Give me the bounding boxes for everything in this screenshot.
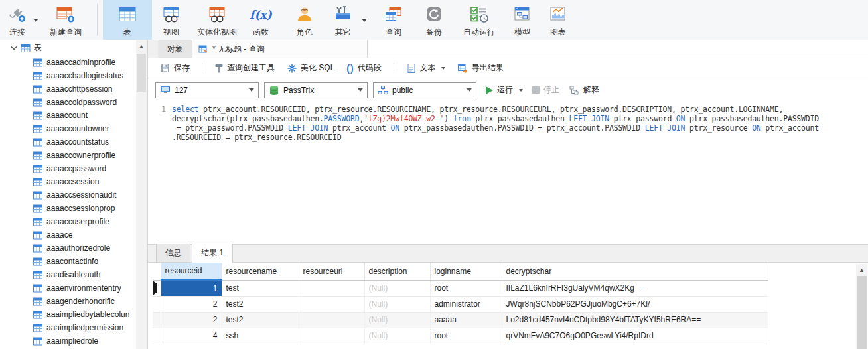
- code-snippet-button[interactable]: () 代码段: [342, 60, 385, 76]
- toolbar-backup[interactable]: 备份: [415, 0, 453, 40]
- row-indicator-header[interactable]: [153, 263, 161, 280]
- sidebar-scroll-thumb[interactable]: [137, 54, 146, 92]
- cell[interactable]: [299, 280, 364, 296]
- tab-result-1[interactable]: 结果 1: [192, 244, 233, 263]
- query-builder-button[interactable]: 查询创建工具: [210, 60, 279, 76]
- chevron-down-icon[interactable]: [11, 46, 17, 51]
- chevron-down-icon[interactable]: [358, 88, 363, 92]
- sidebar-table-item[interactable]: aaadisableauth: [0, 268, 137, 281]
- sidebar-table-item[interactable]: aaaacchttpsession: [0, 82, 137, 96]
- sidebar-table-item[interactable]: aaaaccbadloginstatus: [0, 69, 137, 82]
- sidebar-table-item[interactable]: aaaimpliedrole: [0, 334, 137, 348]
- cell[interactable]: qrVNmFvA9C7O6gO0PGeswLYi4/RpIDrd: [502, 328, 768, 344]
- cell[interactable]: (Null): [364, 280, 430, 296]
- toolbar-others[interactable]: 其它: [326, 0, 360, 40]
- others-dropdown-caret[interactable]: [362, 19, 367, 22]
- cell[interactable]: test: [222, 280, 299, 296]
- toolbar-query[interactable]: 查询: [372, 0, 415, 40]
- connection-select[interactable]: 127: [155, 82, 259, 98]
- cell[interactable]: JWqr8njSCNbbP62PGJjuoMbgC+6+7Kl/: [502, 296, 768, 312]
- sidebar-table-item[interactable]: aaaaccsessionaudit: [0, 188, 137, 202]
- cell[interactable]: ssh: [222, 328, 299, 344]
- sidebar-table-item[interactable]: aaaaccount: [0, 109, 137, 122]
- cell[interactable]: (Null): [364, 296, 430, 312]
- row-indicator[interactable]: [153, 280, 161, 296]
- sidebar-table-item[interactable]: aaaaccadminprofile: [0, 56, 137, 69]
- toolbar-materialized-view[interactable]: 实体化视图: [190, 0, 244, 40]
- toolbar-chart[interactable]: 图表: [540, 0, 577, 40]
- cell[interactable]: (Null): [364, 312, 430, 328]
- tab-info[interactable]: 信息: [156, 244, 190, 262]
- run-dropdown-caret[interactable]: [519, 89, 523, 92]
- column-header-loginname[interactable]: loginname: [430, 263, 502, 280]
- column-header-resourceurl[interactable]: resourceurl: [299, 263, 364, 280]
- sidebar-scrollbar[interactable]: ▲: [136, 40, 147, 349]
- toolbar-function[interactable]: f(x) 函数: [244, 0, 278, 40]
- cell[interactable]: 2: [161, 312, 222, 328]
- chevron-down-icon[interactable]: [249, 88, 254, 92]
- text-dropdown-caret[interactable]: [441, 67, 445, 70]
- sidebar-table-item[interactable]: aaaaccsession: [0, 175, 137, 188]
- sidebar-table-item[interactable]: aaaauthorizedrole: [0, 242, 137, 255]
- sidebar-table-item[interactable]: aaaenvironmententry: [0, 281, 137, 295]
- explain-button[interactable]: 解释: [569, 84, 599, 96]
- toolbar-role[interactable]: 角色: [283, 0, 326, 40]
- column-header-resourceid[interactable]: resourceid: [161, 263, 222, 280]
- sidebar-table-item[interactable]: aaaaccoldpassword: [0, 96, 137, 109]
- cell[interactable]: aaaaa: [430, 312, 502, 328]
- run-button[interactable]: 运行: [486, 84, 523, 96]
- toolbar-model[interactable]: 模型: [505, 0, 540, 40]
- sql-editor[interactable]: 1 select ptrx_account.RESOURCEID, ptrx_r…: [148, 102, 868, 244]
- cell[interactable]: 4: [161, 328, 222, 344]
- cell[interactable]: root: [430, 328, 502, 344]
- sidebar-table-item[interactable]: aaaaccuserprofile: [0, 215, 137, 228]
- sidebar-table-item[interactable]: aaaaccountowner: [0, 122, 137, 135]
- cell[interactable]: [299, 296, 364, 312]
- sidebar-table-item[interactable]: aaaaccownerprofile: [0, 149, 137, 162]
- column-header-decryptschar[interactable]: decryptschar: [502, 263, 768, 280]
- sidebar-table-item[interactable]: aaaace: [0, 228, 137, 242]
- sidebar-table-item[interactable]: aaaaccpassword: [0, 162, 137, 175]
- sql-code[interactable]: select ptrx_account.RESOURCEID, ptrx_res…: [172, 105, 865, 142]
- toolbar-automation[interactable]: 自动运行: [453, 0, 505, 40]
- tab-query-untitled[interactable]: * 无标题 - 查询: [192, 40, 368, 58]
- chevron-down-icon[interactable]: [467, 88, 472, 92]
- cell[interactable]: (Null): [364, 328, 430, 344]
- cell[interactable]: [299, 328, 364, 344]
- cell[interactable]: root: [430, 280, 502, 296]
- save-button[interactable]: 保存: [156, 60, 194, 76]
- export-result-button[interactable]: 导出结果: [453, 60, 508, 76]
- cell[interactable]: test2: [222, 312, 299, 328]
- row-indicator[interactable]: [153, 328, 161, 344]
- cell[interactable]: IILaZ1L6knIrRFI3gUalyVM4qwX2Kg==: [502, 280, 768, 296]
- sidebar-tables-root[interactable]: 表: [0, 40, 147, 56]
- cell[interactable]: Lo2d81cd457nvI4nCDtpbd98Y4bfTATyKYf5hRE6…: [502, 312, 768, 328]
- toolbar-connect[interactable]: 连接: [3, 0, 32, 40]
- sidebar-table-item[interactable]: aaaaccsessionprop: [0, 202, 137, 215]
- toolbar-new-query[interactable]: 新建查询: [40, 0, 92, 40]
- cell[interactable]: 2: [161, 296, 222, 312]
- row-indicator[interactable]: [153, 312, 161, 328]
- cell[interactable]: [299, 312, 364, 328]
- scroll-up-icon[interactable]: ▲: [856, 264, 867, 275]
- toolbar-table[interactable]: 表: [103, 0, 152, 40]
- database-select[interactable]: PassTrix: [264, 82, 368, 98]
- cell[interactable]: 1: [161, 280, 222, 296]
- cell[interactable]: administrator: [430, 296, 502, 312]
- sidebar-table-item[interactable]: aaacontactinfo: [0, 255, 137, 268]
- scroll-up-icon[interactable]: ▲: [136, 40, 147, 52]
- schema-select[interactable]: public: [373, 82, 476, 98]
- sidebar-table-item[interactable]: aaaimpliedbytablecolun: [0, 308, 137, 321]
- column-header-description[interactable]: description: [364, 263, 430, 280]
- sidebar-table-item[interactable]: aaagenderhonorific: [0, 295, 137, 308]
- beautify-sql-button[interactable]: 美化 SQL: [283, 60, 338, 76]
- text-mode-button[interactable]: 文本: [402, 60, 449, 76]
- cell[interactable]: test2: [222, 296, 299, 312]
- result-scroll-track[interactable]: [857, 276, 867, 349]
- connect-dropdown-caret[interactable]: [33, 19, 38, 22]
- column-header-resourcename[interactable]: resourcename: [222, 263, 299, 280]
- sidebar-table-item[interactable]: aaaaccountstatus: [0, 135, 137, 149]
- toolbar-view[interactable]: 视图: [152, 0, 190, 40]
- sidebar-table-item[interactable]: aaaimpliedpermission: [0, 321, 137, 334]
- tab-objects[interactable]: 对象: [158, 40, 192, 58]
